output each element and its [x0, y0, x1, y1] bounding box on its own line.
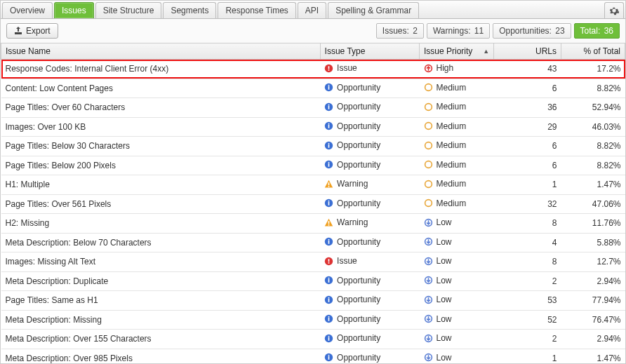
issue-type-label: Warning: [337, 179, 368, 189]
table-row[interactable]: Page Titles: Below 200 PixelsOpportunity…: [1, 156, 625, 175]
priority-label: Low: [437, 256, 452, 266]
cell-issue-type: Opportunity: [320, 291, 419, 311]
tab-label: Spelling & Grammar: [335, 6, 411, 15]
cell-urls: 43: [494, 60, 561, 79]
tab-issues[interactable]: Issues: [54, 2, 94, 18]
cell-issue-name: Meta Description: Below 70 Characters: [1, 233, 321, 252]
col-header[interactable]: Issue Name: [1, 43, 321, 60]
cell-issue-name: H2: Missing: [1, 214, 321, 234]
table-row[interactable]: Images: Missing Alt TextIssueLow812.7%: [1, 252, 625, 272]
cell-urls: 52: [494, 310, 561, 330]
table-row[interactable]: Content: Low Content PagesOpportunityMed…: [1, 79, 625, 98]
tab-segments[interactable]: Segments: [163, 2, 216, 18]
opportunity-icon: [324, 83, 333, 92]
export-icon: [14, 27, 22, 35]
warning-icon: [324, 180, 333, 189]
settings-button[interactable]: [604, 2, 624, 18]
priority-medium-icon: [424, 198, 433, 208]
col-header[interactable]: Issue Priority: [420, 43, 494, 60]
priority-label: Low: [437, 237, 452, 247]
cell-pct: 77.94%: [561, 291, 625, 311]
cell-issue-name: Meta Description: Over 155 Characters: [1, 330, 321, 349]
cell-issue-type: Opportunity: [320, 194, 419, 214]
cell-priority: Low: [420, 310, 494, 330]
cell-pct: 76.47%: [561, 310, 625, 330]
priority-low-icon: [424, 276, 433, 285]
table-row[interactable]: H1: MultipleWarningMedium11.47%: [1, 175, 625, 195]
priority-label: Medium: [437, 121, 467, 131]
col-header[interactable]: URLs: [494, 43, 561, 60]
export-button[interactable]: Export: [6, 23, 58, 39]
tab-overview[interactable]: Overview: [2, 2, 53, 18]
count-opportunities[interactable]: Opportunities: 23: [493, 23, 571, 39]
cell-pct: 2.94%: [561, 330, 625, 349]
opportunity-icon: [324, 198, 333, 208]
cell-issue-name: Images: Over 100 KB: [1, 117, 321, 137]
cell-urls: 1: [494, 349, 561, 363]
issue-icon: [324, 64, 333, 73]
cell-priority: Low: [420, 233, 494, 252]
count-issues[interactable]: Issues: 2: [376, 23, 424, 39]
table-row[interactable]: Meta Description: Over 155 CharactersOpp…: [1, 330, 625, 349]
table-row[interactable]: Page Titles: Below 30 CharactersOpportun…: [1, 137, 625, 156]
cell-urls: 2: [494, 271, 561, 291]
count-total[interactable]: Total: 36: [574, 23, 620, 39]
opportunity-icon: [324, 314, 333, 323]
table-row[interactable]: Page Titles: Over 561 PixelsOpportunityM…: [1, 194, 625, 214]
cell-issue-name: Meta Description: Over 985 Pixels: [1, 349, 321, 363]
priority-medium-icon: [424, 141, 433, 150]
cell-priority: Medium: [420, 98, 494, 118]
cell-issue-name: Page Titles: Below 200 Pixels: [1, 156, 321, 175]
tab-bar: OverviewIssuesSite StructureSegmentsResp…: [1, 1, 625, 19]
tab-response-times[interactable]: Response Times: [218, 2, 295, 18]
col-header[interactable]: % of Total: [561, 43, 625, 60]
priority-label: High: [437, 63, 454, 73]
priority-medium-icon: [424, 102, 433, 112]
tab-api[interactable]: API: [298, 2, 326, 18]
cell-issue-type: Issue: [320, 252, 419, 272]
priority-label: Medium: [437, 198, 467, 208]
cell-issue-type: Opportunity: [320, 349, 419, 363]
table-row[interactable]: Images: Over 100 KBOpportunityMedium2946…: [1, 117, 625, 137]
opportunity-icon: [324, 160, 333, 169]
col-header[interactable]: Issue Type: [320, 43, 419, 60]
priority-label: Low: [437, 276, 452, 285]
table-row[interactable]: Page Titles: Same as H1OpportunityLow537…: [1, 291, 625, 311]
cell-issue-type: Opportunity: [320, 156, 419, 175]
issue-type-label: Opportunity: [337, 198, 380, 208]
count-issues-value: 2: [413, 26, 418, 36]
cell-urls: 29: [494, 117, 561, 137]
priority-low-icon: [424, 353, 433, 362]
issue-type-label: Opportunity: [337, 353, 380, 363]
priority-label: Medium: [437, 160, 467, 170]
cell-issue-type: Opportunity: [320, 233, 419, 252]
priority-label: Medium: [437, 179, 467, 189]
cell-priority: Medium: [420, 156, 494, 175]
issue-type-label: Opportunity: [337, 140, 380, 150]
cell-issue-type: Opportunity: [320, 271, 419, 291]
table-row[interactable]: Meta Description: DuplicateOpportunityLo…: [1, 271, 625, 291]
table-row[interactable]: Response Codes: Internal Client Error (4…: [1, 60, 625, 79]
tab-spelling-grammar[interactable]: Spelling & Grammar: [328, 2, 419, 18]
table-row[interactable]: H2: MissingWarningLow811.76%: [1, 214, 625, 234]
export-label: Export: [26, 26, 51, 36]
cell-priority: Medium: [420, 117, 494, 137]
table-row[interactable]: Meta Description: MissingOpportunityLow5…: [1, 310, 625, 330]
priority-label: Medium: [437, 140, 467, 150]
count-warnings[interactable]: Warnings: 11: [427, 23, 490, 39]
cell-urls: 53: [494, 291, 561, 311]
opportunity-icon: [324, 237, 333, 246]
table-row[interactable]: Page Titles: Over 60 CharactersOpportuni…: [1, 98, 625, 118]
issues-grid[interactable]: Issue NameIssue TypeIssue PriorityURLs% …: [1, 43, 625, 363]
priority-high-icon: [424, 64, 433, 73]
count-total-value: 36: [604, 26, 613, 36]
cell-pct: 17.2%: [561, 60, 625, 79]
cell-priority: Low: [420, 330, 494, 349]
tab-label: Response Times: [225, 6, 288, 15]
opportunity-icon: [324, 102, 333, 112]
tab-site-structure[interactable]: Site Structure: [95, 2, 162, 18]
table-row[interactable]: Meta Description: Over 985 PixelsOpportu…: [1, 349, 625, 363]
priority-label: Medium: [437, 102, 467, 112]
cell-pct: 11.76%: [561, 214, 625, 234]
table-row[interactable]: Meta Description: Below 70 CharactersOpp…: [1, 233, 625, 252]
